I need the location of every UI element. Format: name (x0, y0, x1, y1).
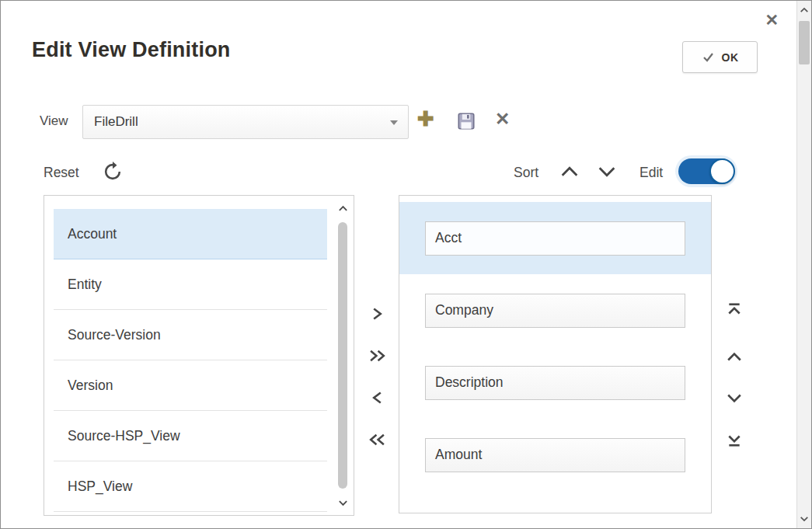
move-all-left-icon[interactable] (366, 429, 388, 451)
column-label: Description (435, 374, 504, 391)
list-item[interactable]: Source-Version (54, 310, 327, 360)
list-item[interactable]: Source-HSP_View (54, 411, 327, 461)
scroll-up-icon[interactable] (336, 202, 350, 214)
list-item[interactable]: Entity (54, 259, 327, 310)
page-scrollbar (796, 1, 811, 528)
sort-descending-icon[interactable] (598, 166, 618, 180)
scrollbar-thumb[interactable] (799, 21, 810, 64)
scroll-down-icon[interactable] (797, 511, 811, 527)
list-item-label: Source-Version (68, 327, 161, 343)
sort-label: Sort (514, 165, 538, 181)
move-down-icon[interactable] (723, 388, 745, 409)
list-item[interactable]: Version (54, 360, 327, 411)
list-item[interactable]: HSP_View (54, 461, 327, 512)
reset-button[interactable]: Reset (44, 165, 79, 181)
list-item[interactable]: Company (399, 274, 711, 346)
edit-toggle[interactable] (678, 158, 734, 184)
move-up-icon[interactable] (723, 346, 745, 367)
list-item[interactable]: Acct (399, 202, 711, 274)
close-icon[interactable]: ✕ (765, 12, 779, 28)
column-box[interactable]: Description (425, 366, 685, 400)
column-box[interactable]: Acct (425, 221, 685, 256)
list-scrollbar (336, 202, 350, 509)
view-dropdown-value: FileDrill (94, 114, 138, 130)
view-label: View (40, 113, 68, 129)
edit-label: Edit (639, 165, 663, 181)
column-label: Amount (435, 447, 482, 463)
move-right-icon[interactable] (366, 303, 388, 325)
move-all-right-icon[interactable] (366, 345, 388, 367)
page-title: Edit View Definition (32, 38, 231, 62)
available-items: Account Entity Source-Version Version So… (54, 209, 327, 512)
available-dimensions-list: Account Entity Source-Version Version So… (44, 195, 354, 516)
list-item-label: Account (68, 226, 117, 242)
move-to-top-icon[interactable] (723, 298, 745, 320)
list-item[interactable]: Description (399, 346, 711, 419)
scrollbar-thumb[interactable] (338, 222, 347, 489)
list-item-label: Version (68, 378, 113, 394)
ok-button[interactable]: OK (682, 41, 758, 73)
move-left-icon[interactable] (366, 387, 388, 409)
scroll-up-icon[interactable] (797, 2, 811, 18)
edit-view-definition-dialog: ✕ Edit View Definition OK View FileDrill… (0, 0, 812, 529)
list-item[interactable]: Account (54, 209, 327, 259)
column-label: Company (435, 302, 493, 318)
toggle-knob (709, 158, 735, 184)
check-icon (702, 50, 715, 64)
column-box[interactable]: Amount (425, 438, 685, 472)
move-to-bottom-icon[interactable] (723, 430, 745, 451)
list-item[interactable]: Amount (399, 419, 711, 491)
selected-items: Acct Company Description (399, 202, 711, 491)
selected-columns-list: Acct Company Description (399, 195, 712, 513)
delete-view-icon[interactable]: ✕ (495, 110, 510, 128)
save-view-icon[interactable] (456, 111, 476, 131)
list-item-label: HSP_View (68, 479, 132, 495)
list-item-label: Source-HSP_View (68, 428, 180, 444)
view-dropdown[interactable]: FileDrill (82, 105, 409, 139)
column-label: Acct (435, 230, 462, 246)
refresh-icon[interactable] (103, 162, 123, 182)
scroll-down-icon[interactable] (336, 496, 350, 509)
sort-ascending-icon[interactable] (560, 166, 580, 180)
column-box[interactable]: Company (425, 294, 685, 328)
list-item-label: Entity (68, 277, 102, 293)
ok-button-label: OK (722, 51, 739, 64)
add-view-icon[interactable]: ✚ (417, 109, 434, 129)
chevron-down-icon (390, 120, 398, 125)
